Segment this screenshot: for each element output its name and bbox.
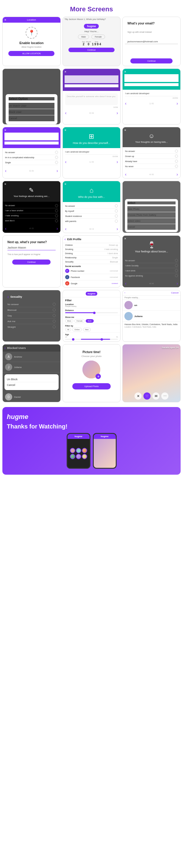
ep-social-google[interactable]: G Google connect — [63, 280, 120, 286]
smoking-opt-3[interactable]: I hate smoking — [5, 213, 58, 218]
ep-social-phone[interactable]: P Phone number connected — [63, 268, 120, 274]
sex-radio-1[interactable] — [53, 303, 56, 306]
pass-button[interactable]: ✕ — [135, 393, 142, 400]
smoking-opt-1[interactable]: No answer — [5, 203, 58, 208]
kids-opt-2[interactable]: Grown up — [125, 154, 178, 159]
x-icon-s9[interactable]: ✕ — [64, 183, 67, 186]
email-input[interactable]: jacksonmason@hotmail.com — [125, 38, 178, 44]
smoking-opt-4[interactable]: dont like it — [5, 218, 58, 223]
booze-radio-3[interactable] — [175, 269, 178, 272]
name-continue-button[interactable]: Continue — [12, 259, 50, 265]
gender-more[interactable]: More — [65, 319, 73, 323]
teal-input[interactable]: I am android developer — [65, 151, 118, 155]
x-icon-s6[interactable]: ✕ — [124, 70, 126, 73]
year-val[interactable]: 1 9 9 4 — [92, 42, 101, 46]
sex-opt-1[interactable]: No answer — [7, 302, 56, 307]
radio-no-answer[interactable] — [55, 151, 58, 154]
day-val[interactable]: 2 — [82, 42, 85, 46]
smoking-radio-4[interactable] — [55, 219, 58, 222]
kids-opt-4[interactable]: No never — [125, 164, 178, 169]
live-nav-prev[interactable]: ‹ — [65, 226, 67, 231]
cancel-item[interactable]: Cancel — [127, 224, 176, 230]
describe-filled-input[interactable]: I am android developer — [125, 92, 178, 96]
smoking-opt-2[interactable]: I am a have smoker — [5, 208, 58, 213]
unblock-item[interactable]: Un Block — [7, 377, 56, 382]
nearby-user-2[interactable]: Juliana — [122, 311, 180, 322]
gender-female[interactable]: Female — [74, 319, 84, 323]
age-thumb1[interactable] — [72, 338, 74, 341]
booze-radio-2[interactable] — [175, 264, 178, 267]
x-icon-s1[interactable]: ✕ — [4, 19, 6, 22]
message-button[interactable]: ✉ — [152, 393, 159, 400]
back-icon-s12[interactable]: ‹ — [65, 237, 66, 241]
option-single[interactable]: Single — [5, 160, 58, 165]
cancel-unblock[interactable]: Cancel — [7, 382, 56, 388]
nearby-back[interactable]: ‹ — [124, 291, 125, 294]
continue-button-s2[interactable]: Continue — [68, 48, 115, 52]
nav-next-s5[interactable]: › — [57, 168, 58, 173]
month-val[interactable]: 0 — [86, 42, 91, 46]
live-opt-4[interactable]: with parents — [65, 219, 118, 223]
sex-opt-2[interactable]: Bisexual — [7, 307, 56, 313]
booze-radio-4[interactable] — [175, 274, 178, 277]
upload-photo-button[interactable]: Upload Photo — [72, 383, 111, 390]
distance-thumb[interactable] — [93, 312, 96, 314]
x-icon-s7[interactable]: ✕ — [124, 129, 126, 132]
female-button[interactable]: Female — [92, 35, 105, 39]
nav-prev-s6[interactable]: ‹ — [125, 101, 126, 106]
sex-radio-4[interactable] — [53, 320, 56, 323]
radio-complicated[interactable] — [55, 156, 58, 159]
live-radio-4[interactable] — [115, 220, 118, 223]
name-input[interactable]: Jackson Mason — [7, 246, 56, 250]
distance-slider[interactable] — [65, 312, 118, 313]
booze-opt-3[interactable]: I dont drink — [125, 268, 178, 273]
kids-nav-next[interactable]: › — [177, 172, 178, 177]
live-radio-1[interactable] — [115, 205, 118, 207]
kids-radio-3[interactable] — [175, 160, 178, 163]
male-button[interactable]: Male — [78, 35, 89, 39]
smoking-radio-3[interactable] — [55, 214, 58, 217]
nav-prev-s5[interactable]: ‹ — [5, 168, 6, 173]
like-button[interactable]: ♡ — [143, 393, 151, 400]
live-opt-1[interactable]: No answer — [65, 204, 118, 209]
describe-input[interactable]: Describe yourself to someone who doesn't… — [65, 93, 118, 105]
teal-nav-next[interactable]: › — [117, 159, 118, 164]
photo-area[interactable]: + — [82, 361, 100, 378]
nearby-cancel[interactable]: Cancel — [171, 291, 179, 294]
live-opt-2[interactable]: By myself — [65, 209, 118, 214]
nav-next-s4[interactable]: › — [117, 111, 118, 115]
kids-radio-1[interactable] — [175, 150, 178, 153]
booze-nav-next[interactable]: › — [177, 281, 178, 286]
kids-radio-2[interactable] — [175, 155, 178, 158]
x-icon-s13[interactable]: ✕ — [124, 237, 126, 240]
blocked-back[interactable]: ‹ — [4, 346, 6, 350]
smoking-radio-1[interactable] — [55, 204, 58, 207]
modal-item-unmatch[interactable]: Un Match User — [9, 103, 54, 109]
blocked-user-3[interactable]: D Daniel — [3, 392, 61, 402]
ep-social-facebook[interactable]: f Facebook connected — [63, 274, 120, 280]
continue-button-email[interactable]: Continue — [130, 58, 173, 63]
x-icon-s5[interactable]: ✕ — [4, 129, 6, 132]
blocked-user-1[interactable]: A Andrew — [3, 351, 61, 362]
sex-radio-2[interactable] — [53, 308, 56, 311]
live-radio-2[interactable] — [115, 210, 118, 213]
select-video-item[interactable]: Select video — [127, 218, 176, 224]
filter-online[interactable]: Online — [72, 328, 81, 331]
option-no-answer[interactable]: No answer — [5, 150, 58, 155]
nearby-user-3[interactable]: Hassan Bus Amir, Ulsister, Coimbatore, T… — [122, 322, 180, 329]
age-thumb2[interactable] — [101, 338, 103, 341]
booze-radio-1[interactable] — [175, 259, 178, 262]
booze-opt-4[interactable]: No against drinking — [125, 273, 178, 278]
teal-nav-prev[interactable]: ‹ — [65, 159, 67, 164]
nav-prev-s4[interactable]: ‹ — [65, 111, 67, 115]
blocked-user-2[interactable]: J Juliana — [3, 362, 61, 372]
live-radio-3[interactable] — [115, 215, 118, 218]
allow-location-button[interactable]: ALLOW LOCATION — [8, 51, 54, 56]
gender-both[interactable]: Both — [86, 319, 94, 323]
take-photo-item[interactable]: Take Photo — [127, 206, 176, 212]
filter-all[interactable]: All — [65, 328, 71, 331]
kids-radio-4[interactable] — [175, 165, 178, 168]
live-nav-next[interactable]: › — [117, 226, 118, 231]
x-icon-s8[interactable]: ✕ — [4, 183, 6, 186]
kids-nav-prev[interactable]: ‹ — [125, 172, 126, 177]
